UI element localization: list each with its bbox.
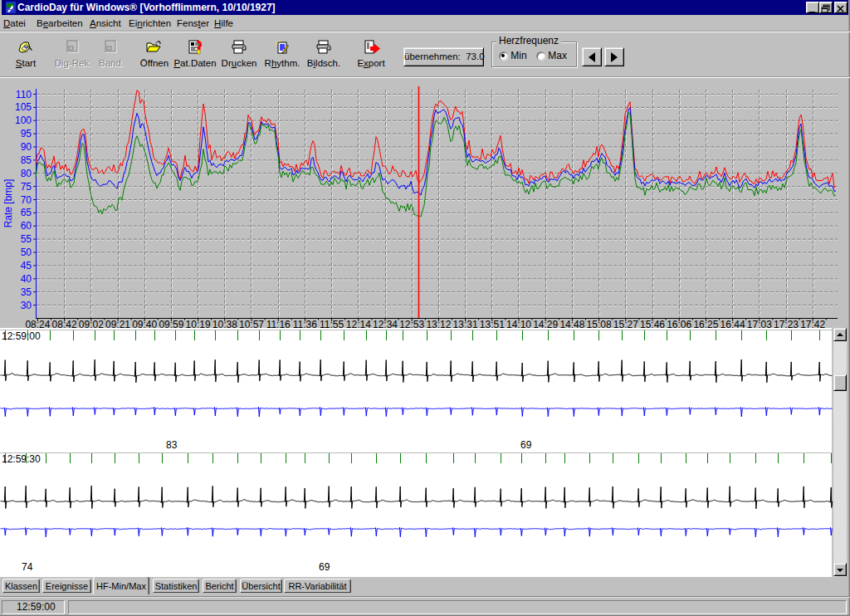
svg-text:75: 75: [21, 181, 32, 193]
svg-text:12:53: 12:53: [399, 319, 424, 328]
svg-text:11:16: 11:16: [266, 319, 291, 328]
svg-text:16:44: 16:44: [721, 319, 745, 328]
svg-text:12:14: 12:14: [346, 319, 371, 328]
svg-text:80: 80: [21, 168, 32, 179]
svg-text:17:23: 17:23: [774, 319, 799, 328]
svg-text:69: 69: [319, 561, 330, 573]
svg-text:08:42: 08:42: [52, 319, 77, 328]
svg-text:08:24: 08:24: [25, 319, 50, 328]
svg-text:95: 95: [21, 128, 32, 139]
svg-text:14:29: 14:29: [533, 319, 558, 328]
svg-text:105: 105: [15, 101, 32, 113]
svg-text:30: 30: [21, 300, 32, 311]
svg-text:15:27: 15:27: [613, 319, 638, 328]
svg-text:10:38: 10:38: [212, 319, 237, 328]
svg-text:100: 100: [15, 115, 32, 126]
svg-text:13:31: 13:31: [453, 319, 478, 328]
svg-text:65: 65: [21, 207, 32, 218]
svg-text:16:06: 16:06: [667, 319, 691, 328]
svg-text:17:03: 17:03: [747, 319, 772, 328]
svg-text:70: 70: [21, 194, 32, 206]
svg-text:110: 110: [16, 89, 32, 100]
svg-text:40: 40: [21, 273, 32, 285]
svg-text:09:21: 09:21: [105, 319, 130, 328]
svg-text:13:51: 13:51: [480, 319, 505, 328]
svg-text:Rate [bmp]: Rate [bmp]: [2, 179, 14, 228]
svg-text:14:10: 14:10: [506, 319, 531, 328]
svg-text:12:59:30: 12:59:30: [2, 453, 41, 465]
svg-text:13:12: 13:12: [426, 319, 451, 328]
svg-text:15:08: 15:08: [587, 319, 612, 328]
svg-text:11:36: 11:36: [293, 319, 317, 328]
svg-text:60: 60: [21, 220, 32, 232]
svg-text:83: 83: [166, 439, 178, 451]
svg-text:55: 55: [21, 233, 32, 245]
svg-text:74: 74: [22, 561, 33, 573]
svg-text:09:59: 09:59: [159, 319, 183, 328]
svg-text:12:59:00: 12:59:00: [2, 330, 41, 342]
svg-text:90: 90: [21, 141, 32, 153]
svg-text:16:25: 16:25: [693, 319, 718, 328]
svg-text:35: 35: [21, 286, 32, 298]
svg-text:85: 85: [21, 154, 32, 166]
svg-text:09:02: 09:02: [79, 319, 104, 328]
svg-text:17:42: 17:42: [800, 319, 825, 328]
svg-text:10:19: 10:19: [186, 319, 211, 328]
svg-text:14:48: 14:48: [559, 319, 584, 328]
svg-text:12:34: 12:34: [373, 319, 398, 328]
svg-text:10:57: 10:57: [239, 319, 264, 328]
svg-text:11:55: 11:55: [320, 319, 344, 328]
svg-text:45: 45: [21, 260, 32, 271]
svg-text:50: 50: [21, 247, 32, 258]
svg-text:09:40: 09:40: [132, 319, 157, 328]
svg-text:69: 69: [520, 439, 532, 451]
svg-text:15:46: 15:46: [640, 319, 665, 328]
